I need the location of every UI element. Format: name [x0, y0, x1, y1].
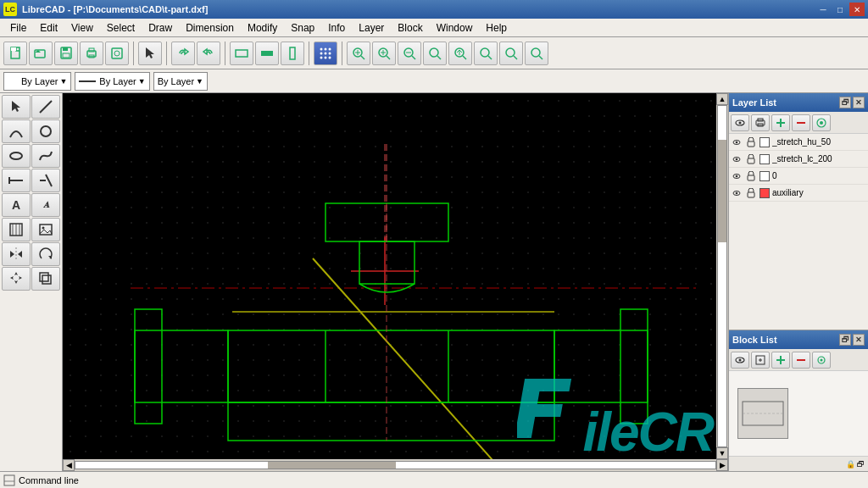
zoom-prev-button[interactable]: [525, 42, 548, 65]
block-remove-btn[interactable]: [792, 352, 810, 369]
layer-item-auxiliary[interactable]: auxiliary: [729, 185, 868, 202]
ellipse-tool[interactable]: [2, 144, 31, 168]
block2-button[interactable]: [255, 42, 279, 65]
layer-list-header-btns[interactable]: 🗗 ✕: [839, 97, 865, 108]
print-preview-button[interactable]: [105, 42, 129, 65]
layer-eye-all-btn[interactable]: [731, 114, 749, 131]
image-tool[interactable]: [31, 218, 60, 241]
block-thumbnail[interactable]: [737, 388, 788, 439]
menu-view[interactable]: View: [64, 20, 100, 36]
menu-layer[interactable]: Layer: [352, 20, 391, 36]
menu-dimension[interactable]: Dimension: [179, 20, 241, 36]
hscroll-track[interactable]: [75, 461, 716, 469]
layer-item-0[interactable]: 0: [729, 168, 868, 185]
hscroll-right-button[interactable]: ▶: [716, 459, 728, 471]
layer-eye-icon[interactable]: [731, 187, 743, 199]
layer-lock-icon[interactable]: [745, 136, 757, 148]
layer-list-float-btn[interactable]: 🗗: [839, 97, 851, 108]
print-button[interactable]: [80, 42, 103, 65]
linetype-select[interactable]: By Layer ▼: [75, 72, 149, 91]
zoom-all-button[interactable]: [499, 42, 523, 65]
zoom-window-button[interactable]: [423, 42, 447, 65]
block-insert-btn[interactable]: [812, 352, 831, 369]
menu-file[interactable]: File: [3, 20, 33, 36]
color-dropdown-icon[interactable]: ▼: [59, 77, 67, 86]
color-select[interactable]: By Layer ▼: [3, 72, 71, 91]
snap-grid-button[interactable]: [314, 42, 337, 65]
menu-modify[interactable]: Modify: [241, 20, 284, 36]
block-list-float-btn[interactable]: 🗗: [839, 334, 851, 346]
block-list-close-btn[interactable]: ✕: [853, 334, 865, 346]
block-list-header-btns[interactable]: 🗗 ✕: [839, 334, 865, 346]
vertical-scrollbar[interactable]: ▲ ▼: [716, 93, 728, 459]
zoom-fit-button[interactable]: [474, 42, 498, 65]
vscroll-down-button[interactable]: ▼: [716, 447, 728, 459]
move-tool[interactable]: [2, 267, 31, 291]
text-big-tool[interactable]: 𝐀: [31, 193, 60, 217]
menu-draw[interactable]: Draw: [142, 20, 179, 36]
block3-button[interactable]: [281, 42, 304, 65]
block-add-btn[interactable]: [771, 352, 790, 369]
block-eye-btn[interactable]: [731, 352, 749, 369]
zoom-in-button[interactable]: [372, 42, 396, 65]
layer-eye-icon[interactable]: [731, 136, 743, 148]
copy-tool[interactable]: [31, 267, 60, 291]
zoom-pan-button[interactable]: [448, 42, 472, 65]
block1-button[interactable]: [230, 42, 253, 65]
menu-block[interactable]: Block: [391, 20, 429, 36]
layer-print-btn[interactable]: [751, 114, 770, 131]
circle-tool[interactable]: [31, 119, 60, 143]
menu-window[interactable]: Window: [430, 20, 480, 36]
layer-lock-icon[interactable]: [745, 170, 757, 182]
block-edit-btn[interactable]: [751, 352, 770, 369]
menu-info[interactable]: Info: [321, 20, 352, 36]
layer-lock-icon[interactable]: [745, 153, 757, 165]
horizontal-scrollbar[interactable]: ◀ ▶: [63, 459, 728, 471]
layer-remove-btn[interactable]: [792, 114, 810, 131]
undo-button[interactable]: [171, 42, 195, 65]
restore-button[interactable]: □: [832, 3, 848, 16]
redo-button[interactable]: [197, 42, 220, 65]
hatch-tool[interactable]: [2, 218, 31, 241]
mirror-tool[interactable]: [2, 242, 31, 266]
arc-tool[interactable]: [2, 119, 31, 143]
trim-tool[interactable]: [31, 169, 60, 192]
linetype-dropdown-icon[interactable]: ▼: [138, 77, 146, 86]
layer-eye-icon[interactable]: [731, 170, 743, 182]
block-list-content[interactable]: [729, 371, 868, 456]
minimize-button[interactable]: ─: [815, 3, 831, 16]
layer-lock-icon[interactable]: [745, 187, 757, 199]
layer-eye-icon[interactable]: [731, 153, 743, 165]
line-tool[interactable]: [31, 95, 60, 119]
rotate-tool[interactable]: [31, 242, 60, 266]
layer-edit-btn[interactable]: [812, 114, 831, 131]
layer-list-close-btn[interactable]: ✕: [853, 97, 865, 108]
menu-help[interactable]: Help: [479, 20, 514, 36]
layer-item-stretch-hu[interactable]: _stretch_hu_50: [729, 134, 868, 151]
zoom-out-button[interactable]: [398, 42, 421, 65]
hscroll-left-button[interactable]: ◀: [63, 459, 75, 471]
vscroll-track[interactable]: [717, 105, 727, 447]
linewidth-dropdown-icon[interactable]: ▼: [196, 77, 203, 86]
text-tool[interactable]: A: [2, 193, 31, 217]
new-button[interactable]: [3, 42, 27, 65]
select-tool[interactable]: [2, 95, 31, 119]
menu-select[interactable]: Select: [100, 20, 142, 36]
menu-edit[interactable]: Edit: [33, 20, 64, 36]
vscroll-thumb[interactable]: [718, 140, 726, 242]
titlebar-controls[interactable]: ─ □ ✕: [815, 3, 865, 16]
menu-snap[interactable]: Snap: [284, 20, 321, 36]
layer-item-stretch-lc[interactable]: _stretch_lc_200: [729, 151, 868, 168]
save-button[interactable]: [54, 42, 78, 65]
realtime-zoom-button[interactable]: [347, 42, 370, 65]
layer-add-btn[interactable]: [771, 114, 790, 131]
cad-canvas-area[interactable]: ileCR: [63, 93, 716, 459]
polyline-tool[interactable]: [2, 169, 31, 192]
open-button[interactable]: [29, 42, 53, 65]
vscroll-up-button[interactable]: ▲: [716, 93, 728, 105]
hscroll-thumb[interactable]: [268, 462, 396, 469]
close-button[interactable]: ✕: [849, 3, 865, 16]
spline-tool[interactable]: [31, 144, 60, 168]
pointer-button[interactable]: [138, 42, 162, 65]
linewidth-select[interactable]: By Layer ▼: [153, 72, 208, 91]
